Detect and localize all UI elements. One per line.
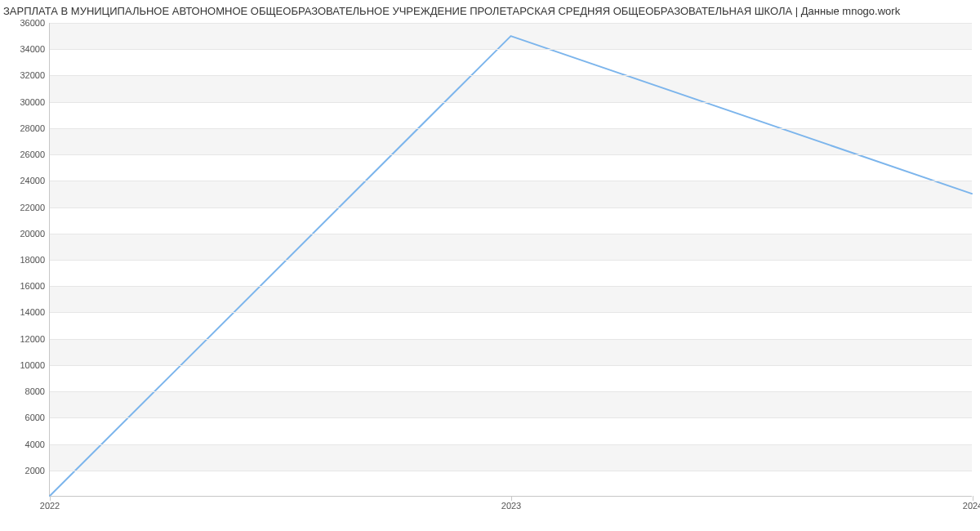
y-tick-label: 20000 xyxy=(20,229,50,239)
chart-container: ЗАРПЛАТА В МУНИЦИПАЛЬНОЕ АВТОНОМНОЕ ОБЩЕ… xyxy=(0,0,980,531)
y-tick-label: 4000 xyxy=(25,440,50,449)
y-tick-label: 30000 xyxy=(20,97,50,107)
grid-line xyxy=(50,49,972,50)
y-tick-label: 14000 xyxy=(20,307,50,317)
y-tick-label: 16000 xyxy=(20,281,50,291)
plot-area: 2000400060008000100001200014000160001800… xyxy=(49,23,972,497)
y-tick-label: 36000 xyxy=(20,18,50,28)
grid-line xyxy=(50,154,972,155)
y-tick-label: 18000 xyxy=(20,255,50,265)
y-tick-label: 34000 xyxy=(20,44,50,54)
grid-line xyxy=(50,286,972,287)
grid-line xyxy=(50,471,972,471)
y-tick-label: 32000 xyxy=(20,70,50,80)
grid-line xyxy=(50,312,972,313)
grid-line xyxy=(50,444,972,445)
grid-line xyxy=(50,207,972,208)
y-tick-label: 26000 xyxy=(20,149,50,159)
x-tick-label: 2023 xyxy=(501,496,521,511)
grid-line xyxy=(50,417,972,418)
grid-line xyxy=(50,391,972,392)
grid-line xyxy=(50,365,972,366)
grid-line xyxy=(50,102,972,103)
y-tick-label: 6000 xyxy=(25,413,50,422)
y-tick-label: 12000 xyxy=(20,334,50,344)
series-line xyxy=(50,36,972,496)
grid-line xyxy=(50,339,972,340)
x-tick-label: 2022 xyxy=(40,496,60,511)
x-tick-label: 2024 xyxy=(963,496,980,511)
grid-line xyxy=(50,234,972,234)
y-tick-label: 2000 xyxy=(25,466,50,475)
grid-line xyxy=(50,128,972,129)
grid-line xyxy=(50,181,972,181)
y-tick-label: 28000 xyxy=(20,123,50,133)
y-tick-label: 24000 xyxy=(20,176,50,185)
y-tick-label: 10000 xyxy=(20,360,50,370)
y-tick-label: 22000 xyxy=(20,203,50,212)
grid-line xyxy=(50,260,972,261)
chart-title: ЗАРПЛАТА В МУНИЦИПАЛЬНОЕ АВТОНОМНОЕ ОБЩЕ… xyxy=(0,5,980,17)
y-tick-label: 8000 xyxy=(25,386,50,396)
grid-line xyxy=(50,23,972,24)
grid-line xyxy=(50,75,972,76)
